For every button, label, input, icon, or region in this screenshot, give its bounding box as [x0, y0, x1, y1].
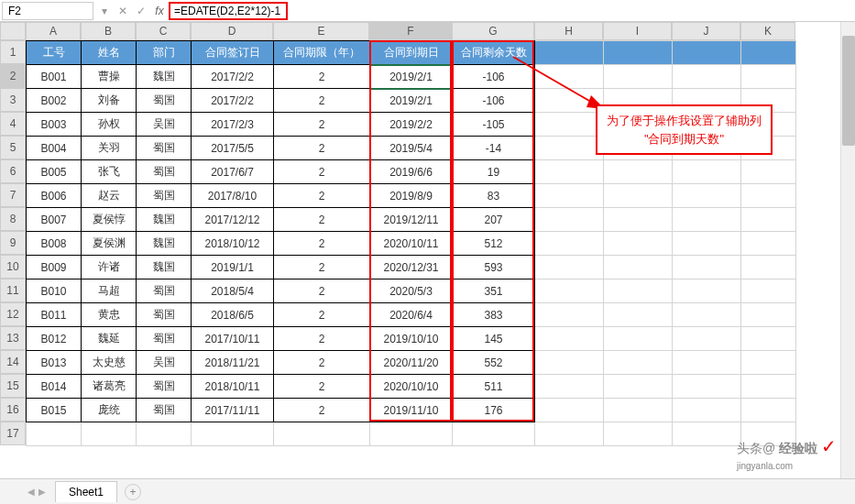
- empty-cell[interactable]: [192, 422, 274, 446]
- col-header-F[interactable]: F: [369, 22, 452, 40]
- empty-cell[interactable]: [673, 256, 741, 279]
- cell[interactable]: B014: [27, 375, 82, 399]
- row-header-9[interactable]: 9: [0, 231, 26, 255]
- cell[interactable]: 夏侯惇: [82, 208, 137, 232]
- cell[interactable]: 2: [274, 184, 370, 208]
- cell-area[interactable]: 工号姓名部门合同签订日合同期限（年）合同到期日合同剩余天数 B001曹操魏国20…: [26, 40, 796, 446]
- empty-cell[interactable]: [741, 232, 796, 256]
- cell[interactable]: 2: [274, 256, 370, 279]
- cell[interactable]: B003: [27, 113, 82, 137]
- cell[interactable]: 魏国: [137, 232, 192, 256]
- cell[interactable]: 2019/5/4: [370, 137, 453, 160]
- table-header-cell[interactable]: 合同期限（年）: [274, 41, 370, 65]
- cell[interactable]: 552: [453, 351, 535, 375]
- cell[interactable]: 2020/10/10: [370, 375, 453, 399]
- empty-cell[interactable]: [604, 375, 673, 399]
- col-header-J[interactable]: J: [672, 22, 740, 40]
- row-header-6[interactable]: 6: [0, 159, 26, 183]
- empty-cell[interactable]: [535, 327, 604, 351]
- empty-cell[interactable]: [535, 113, 604, 137]
- tab-next-icon[interactable]: ▶: [38, 487, 46, 497]
- tab-prev-icon[interactable]: ◀: [27, 487, 35, 497]
- empty-cell[interactable]: [673, 279, 741, 303]
- empty-cell[interactable]: [27, 422, 82, 446]
- cell[interactable]: 魏延: [82, 327, 137, 351]
- empty-cell[interactable]: [673, 208, 741, 232]
- cell[interactable]: B006: [27, 184, 82, 208]
- col-header-I[interactable]: I: [603, 22, 672, 40]
- empty-cell[interactable]: [137, 422, 192, 446]
- cell[interactable]: 593: [453, 256, 535, 279]
- cell[interactable]: 许诸: [82, 256, 137, 279]
- cell[interactable]: 刘备: [82, 89, 137, 113]
- table-header-cell[interactable]: 工号: [27, 41, 82, 65]
- row-header-1[interactable]: 1: [0, 40, 26, 64]
- empty-cell[interactable]: [741, 208, 796, 232]
- empty-cell[interactable]: [673, 41, 741, 65]
- add-sheet-button[interactable]: +: [125, 484, 141, 500]
- empty-cell[interactable]: [673, 399, 741, 422]
- cell[interactable]: 2019/2/2: [370, 113, 453, 137]
- empty-cell[interactable]: [535, 375, 604, 399]
- cell[interactable]: 512: [453, 232, 535, 256]
- cell[interactable]: 2: [274, 89, 370, 113]
- empty-cell[interactable]: [535, 422, 604, 446]
- cell[interactable]: 蜀国: [137, 303, 192, 327]
- row-header-10[interactable]: 10: [0, 255, 26, 279]
- cell[interactable]: 83: [453, 184, 535, 208]
- empty-cell[interactable]: [535, 351, 604, 375]
- table-header-cell[interactable]: 部门: [137, 41, 192, 65]
- table-header-cell[interactable]: 合同到期日: [370, 41, 453, 65]
- cell[interactable]: 351: [453, 279, 535, 303]
- cell[interactable]: B005: [27, 160, 82, 184]
- empty-cell[interactable]: [673, 327, 741, 351]
- cell[interactable]: 曹操: [82, 65, 137, 89]
- cell[interactable]: 黄忠: [82, 303, 137, 327]
- row-header-8[interactable]: 8: [0, 207, 26, 231]
- empty-cell[interactable]: [604, 41, 673, 65]
- cell[interactable]: B002: [27, 89, 82, 113]
- cell[interactable]: 2019/12/11: [370, 208, 453, 232]
- cell[interactable]: B007: [27, 208, 82, 232]
- cell[interactable]: 马超: [82, 279, 137, 303]
- row-header-17[interactable]: 17: [0, 422, 26, 445]
- cell[interactable]: B015: [27, 399, 82, 422]
- empty-cell[interactable]: [453, 422, 535, 446]
- table-header-cell[interactable]: 合同剩余天数: [453, 41, 535, 65]
- row-header-14[interactable]: 14: [0, 350, 26, 374]
- empty-cell[interactable]: [535, 279, 604, 303]
- formula-input[interactable]: =EDATE(D2,E2*12)-1: [169, 2, 288, 20]
- cell[interactable]: 关羽: [82, 137, 137, 160]
- cell[interactable]: 2: [274, 327, 370, 351]
- table-header-cell[interactable]: 姓名: [82, 41, 137, 65]
- cell[interactable]: -106: [453, 65, 535, 89]
- cell[interactable]: 2020/5/3: [370, 279, 453, 303]
- cell[interactable]: 2017/11/11: [192, 399, 274, 422]
- empty-cell[interactable]: [274, 422, 370, 446]
- row-header-11[interactable]: 11: [0, 279, 26, 302]
- cell[interactable]: 19: [453, 160, 535, 184]
- col-header-D[interactable]: D: [191, 22, 273, 40]
- empty-cell[interactable]: [535, 256, 604, 279]
- empty-cell[interactable]: [673, 232, 741, 256]
- cell[interactable]: -14: [453, 137, 535, 160]
- cell[interactable]: 张飞: [82, 160, 137, 184]
- empty-cell[interactable]: [370, 422, 453, 446]
- cell[interactable]: 2: [274, 137, 370, 160]
- sheet-tab[interactable]: Sheet1: [55, 481, 117, 502]
- cell[interactable]: 2: [274, 65, 370, 89]
- col-header-G[interactable]: G: [452, 22, 534, 40]
- cell[interactable]: 2019/1/1: [192, 256, 274, 279]
- cell[interactable]: 2019/8/9: [370, 184, 453, 208]
- empty-cell[interactable]: [604, 65, 673, 89]
- cell[interactable]: 夏侯渊: [82, 232, 137, 256]
- cell[interactable]: 2: [274, 351, 370, 375]
- cell[interactable]: 吴国: [137, 351, 192, 375]
- empty-cell[interactable]: [673, 65, 741, 89]
- cell[interactable]: 庞统: [82, 399, 137, 422]
- cell[interactable]: 2018/10/11: [192, 375, 274, 399]
- cell[interactable]: 2018/11/21: [192, 351, 274, 375]
- empty-cell[interactable]: [604, 422, 673, 446]
- cell[interactable]: 2017/5/5: [192, 137, 274, 160]
- empty-cell[interactable]: [604, 208, 673, 232]
